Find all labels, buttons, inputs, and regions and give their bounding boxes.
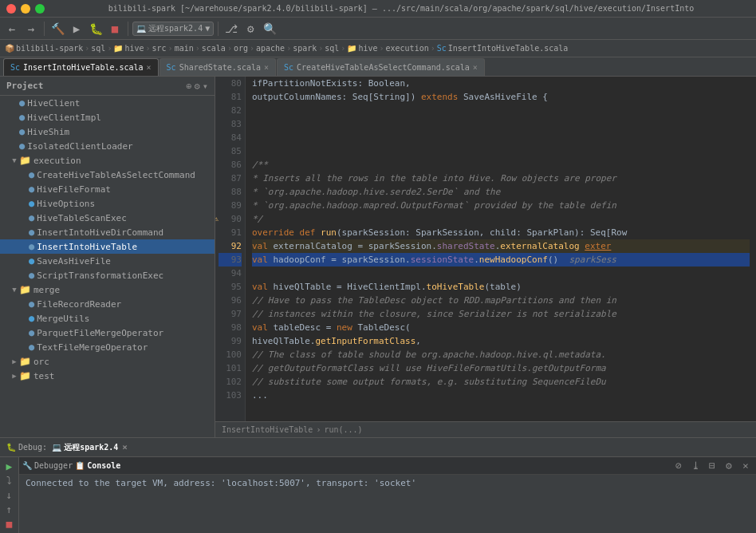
- nav-apache[interactable]: apache: [256, 44, 285, 53]
- tab-close-button[interactable]: ×: [147, 63, 152, 72]
- nav-separator: ›: [85, 44, 89, 53]
- git-button[interactable]: ⎇: [222, 20, 240, 38]
- sync-icon[interactable]: ⊕: [186, 81, 191, 92]
- scroll-to-end-button[interactable]: ⤓: [688, 459, 703, 473]
- sidebar-title: Project: [6, 81, 43, 91]
- tab-create-hive-table[interactable]: Sc CreateHiveTableAsSelectCommand.scala …: [277, 58, 485, 76]
- debug-button[interactable]: 🐛: [87, 20, 104, 38]
- code-line-102: // substitute some output formats, e.g. …: [252, 375, 750, 389]
- nav-main[interactable]: main: [175, 44, 194, 53]
- nav-spark[interactable]: spark: [293, 44, 317, 53]
- file-icon5: ●: [29, 169, 34, 180]
- tree-folder-execution[interactable]: ▼ 📁 execution: [0, 153, 215, 168]
- collapse-icon[interactable]: ▾: [203, 81, 208, 92]
- file-icon2: ●: [19, 112, 25, 123]
- nav-sql2[interactable]: sql: [325, 44, 339, 53]
- code-line-87: * Inserts all the rows in the table into…: [252, 172, 750, 185]
- nav-hive[interactable]: 📁 hive: [113, 44, 144, 53]
- forward-button[interactable]: →: [22, 20, 40, 38]
- tree-item-hiveclientimpl[interactable]: ● HiveClientImpl: [0, 110, 215, 124]
- code-line-103: ...: [252, 389, 750, 402]
- nav-sql[interactable]: sql: [91, 44, 105, 53]
- tree-item-scripttransformationexec[interactable]: ● ScriptTransformationExec: [0, 268, 215, 282]
- code-line-81: outputColumnNames: Seq[String]) extends …: [252, 90, 750, 104]
- tree-folder-test[interactable]: ▶ 📁 test: [0, 369, 215, 383]
- traffic-lights: [6, 4, 45, 14]
- back-button[interactable]: ←: [3, 20, 21, 38]
- debug-session-icon: 💻: [52, 443, 61, 452]
- line-numbers: 80 81 82 83 84 85 86 87 88 89 ⚠ 90 91 92…: [215, 77, 246, 421]
- code-line-96: // Have to pass the TableDesc object to …: [252, 294, 750, 307]
- tree-folder-merge[interactable]: ▼ 📁 merge: [0, 282, 215, 297]
- tree-folder-orc[interactable]: ▶ 📁 orc: [0, 354, 215, 369]
- tree-item-hiveshim[interactable]: ● HiveShim: [0, 124, 215, 139]
- nav-scala[interactable]: scala: [202, 44, 226, 53]
- remote-config-dropdown[interactable]: 💻 远程spark2.4 ▼: [132, 22, 214, 36]
- folder-icon: 📁: [113, 44, 123, 53]
- tree-item-mergeutils[interactable]: ● MergeUtils: [0, 311, 215, 326]
- project-sidebar: Project ⊕ ⚙ ▾ ● HiveClient ● HiveClientI…: [0, 77, 215, 437]
- file-icon7: ●: [29, 198, 34, 209]
- maximize-button[interactable]: [35, 4, 45, 14]
- code-line-90: */: [252, 212, 750, 226]
- run-button[interactable]: ▶: [68, 20, 85, 38]
- minimize-button[interactable]: [21, 4, 30, 14]
- tree-item-hivefileformat[interactable]: ● HiveFileFormat: [0, 182, 215, 196]
- file-icon13: ●: [29, 298, 34, 310]
- tree-item-isolatedclientloader[interactable]: ● IsolatedClientLoader: [0, 139, 215, 153]
- nav-src[interactable]: src: [152, 44, 167, 53]
- nav-hive2[interactable]: 📁 hive: [347, 44, 377, 53]
- expand-arrow-test-icon: ▶: [10, 372, 19, 380]
- tree-item-hivetablescanexec[interactable]: ● HiveTableScanExec: [0, 211, 215, 225]
- filter-button[interactable]: ⊟: [705, 459, 719, 473]
- code-line-92: val externalCatalog = sparkSession.share…: [252, 239, 750, 253]
- code-line-93: val hadoopConf = sparkSession.sessionSta…: [252, 253, 750, 266]
- code-lines[interactable]: ifPartitionNotExists: Boolean, outputCol…: [246, 77, 756, 421]
- tree-item-createhivetable[interactable]: ● CreateHiveTableAsSelectCommand: [0, 168, 215, 182]
- debug-label: 🐛 Debug:: [6, 443, 47, 452]
- debug-step-over-button[interactable]: ⤵: [2, 475, 17, 487]
- expand-arrow-icon: ▼: [10, 156, 19, 164]
- tab-shared-state[interactable]: Sc SharedState.scala ×: [159, 58, 276, 76]
- tree-item-parquetfilemergeoperator[interactable]: ● ParquetFileMergeOperator: [0, 326, 215, 340]
- close-button[interactable]: [6, 4, 16, 14]
- tab-close-button3[interactable]: ×: [473, 63, 478, 72]
- tree-item-hiveoptions[interactable]: ● HiveOptions: [0, 196, 215, 211]
- tab-insert-into-hive-table[interactable]: Sc InsertIntoHiveTable.scala ×: [3, 58, 159, 76]
- tree-item-insertintohivetable[interactable]: ● InsertIntoHiveTable: [0, 239, 215, 254]
- gear-icon[interactable]: ⚙: [195, 81, 200, 92]
- build-button[interactable]: 🔨: [49, 20, 66, 38]
- settings-button[interactable]: ⚙: [242, 20, 259, 38]
- nav-file[interactable]: Sc InsertIntoHiveTable.scala: [437, 44, 569, 53]
- debug-step-into-button[interactable]: ↓: [2, 489, 17, 501]
- clear-console-button[interactable]: ⊘: [671, 459, 686, 473]
- nav-org[interactable]: org: [234, 44, 248, 53]
- debug-step-out-button[interactable]: ↑: [2, 503, 17, 515]
- code-line-83: [252, 117, 750, 131]
- code-line-80: ifPartitionNotExists: Boolean,: [252, 77, 750, 90]
- stop-button[interactable]: ■: [106, 20, 124, 38]
- code-content-area[interactable]: 80 81 82 83 84 85 86 87 88 89 ⚠ 90 91 92…: [215, 77, 756, 421]
- search-everywhere-button[interactable]: 🔍: [261, 20, 278, 38]
- tab-close-button2[interactable]: ×: [264, 63, 269, 72]
- tree-item-textfilemergeoperator[interactable]: ● TextFileMergeOperator: [0, 340, 215, 354]
- debug-resume-button[interactable]: ▶: [2, 460, 17, 472]
- debugger-tab[interactable]: 🔧 Debugger: [22, 461, 73, 470]
- debug-stop-button[interactable]: ■: [2, 518, 17, 530]
- nav-execution[interactable]: execution: [386, 44, 429, 53]
- file-icon12: ●: [29, 270, 34, 281]
- tree-item-filerecordreader[interactable]: ● FileRecordReader: [0, 297, 215, 311]
- code-line-82: [252, 104, 750, 117]
- console-tab-icon: 📋: [75, 461, 85, 470]
- close-console-button[interactable]: ×: [738, 459, 753, 473]
- nav-project[interactable]: 📦 bilibili-spark: [5, 44, 83, 53]
- settings-console-button[interactable]: ⚙: [722, 459, 736, 473]
- tree-item-saveasHivefile[interactable]: ● SaveAsHiveFile: [0, 254, 215, 268]
- console-tab[interactable]: 📋 Console: [75, 461, 120, 470]
- file-icon16: ●: [29, 342, 34, 353]
- debug-icon: 🐛: [6, 443, 16, 452]
- debug-session-tab[interactable]: 💻 远程spark2.4 ×: [52, 442, 128, 453]
- debug-session-close[interactable]: ×: [122, 442, 128, 452]
- tree-item-insertintohivedircommand[interactable]: ● InsertIntoHiveDirCommand: [0, 225, 215, 239]
- tree-item-hiveclient[interactable]: ● HiveClient: [0, 96, 215, 110]
